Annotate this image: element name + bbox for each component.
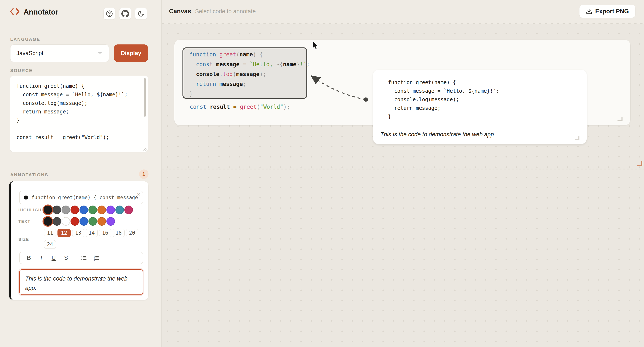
size-button-18[interactable]: 18 — [112, 229, 124, 237]
size-button-24[interactable]: 24 — [44, 240, 56, 249]
app-header: Annotator — [10, 8, 58, 16]
chevron-down-icon — [97, 50, 103, 56]
text-swatch-1[interactable] — [52, 217, 61, 226]
panel-resize-icon[interactable] — [617, 117, 623, 122]
annotation-color-dot — [24, 196, 28, 200]
numbered-list-button[interactable]: 123 — [90, 253, 102, 262]
language-select[interactable]: JavaScript — [10, 44, 109, 62]
annotation-code-line: function greet(name) { — [388, 78, 499, 87]
text-swatch-2[interactable] — [62, 217, 70, 226]
size-button-20[interactable]: 20 — [126, 229, 138, 237]
annotation-code-line: return message; — [388, 104, 499, 112]
text-swatch-0[interactable] — [44, 217, 52, 226]
highlight-swatch-6[interactable] — [98, 206, 106, 214]
code-line: } — [189, 89, 306, 99]
language-select-value: JavaScript — [16, 50, 97, 56]
text-swatch-4[interactable] — [80, 217, 88, 226]
note-editor[interactable]: This is the code to demonstrate the web … — [19, 269, 143, 295]
size-button-row: 1112131416182024 — [44, 229, 143, 249]
annotation-note-text: This is the code to demonstrate the web … — [380, 131, 496, 138]
code-line: const result = greet("World"); — [190, 102, 290, 112]
source-scrollbar[interactable] — [144, 78, 146, 117]
size-label: SIZE — [18, 237, 29, 242]
canvas-guide-line — [162, 168, 644, 170]
annotation-code-text: function greet(name) { const message = `… — [388, 78, 499, 121]
text-swatch-6[interactable] — [98, 217, 106, 226]
highlight-swatch-0[interactable] — [44, 206, 52, 214]
bold-button[interactable]: B — [23, 253, 35, 262]
highlight-swatch-3[interactable] — [70, 206, 79, 214]
highlight-swatch-2[interactable] — [62, 206, 70, 214]
annotation-snippet-text: function greet(name) { const message =..… — [32, 195, 138, 200]
download-icon — [586, 8, 592, 14]
annotation-code-line: } — [388, 112, 499, 121]
format-toolbar: B I U S 123 — [19, 252, 143, 264]
code-brackets-icon — [10, 8, 20, 16]
size-button-13[interactable]: 13 — [72, 229, 84, 237]
code-line: console.log(message); — [189, 69, 306, 79]
annotation-code-line: const message = `Hello, ${name}!`; — [388, 87, 499, 95]
app-title: Annotator — [24, 8, 58, 16]
export-bounds-corner-icon[interactable] — [636, 160, 642, 167]
card-resize-icon[interactable] — [574, 136, 580, 141]
highlight-swatch-8[interactable] — [116, 206, 124, 214]
resize-handle-icon[interactable] — [143, 147, 146, 152]
canvas-topbar: Canvas Select code to annotate Export PN… — [162, 0, 644, 24]
annotations-label: ANNOTATIONS — [10, 172, 48, 177]
close-icon[interactable]: × — [137, 192, 140, 197]
theme-toggle-button[interactable] — [135, 8, 147, 20]
annotation-snippet-chip[interactable]: function greet(name) { const message =..… — [19, 190, 143, 204]
sidebar: Annotator LANGUAGE JavaScript Display SO… — [0, 0, 162, 347]
export-png-button[interactable]: Export PNG — [579, 5, 636, 18]
moon-icon — [138, 10, 144, 17]
code-line: const message = `Hello, ${name}!`; — [189, 60, 306, 69]
svg-text:3: 3 — [94, 259, 95, 261]
canvas-area[interactable]: function greet(name) { const message = `… — [162, 0, 644, 347]
canvas-title: Canvas — [169, 8, 191, 15]
size-button-16[interactable]: 16 — [99, 229, 111, 237]
annotations-count-badge: 1 — [139, 170, 148, 179]
size-button-11[interactable]: 11 — [44, 229, 56, 237]
strikethrough-button[interactable]: S — [60, 253, 72, 262]
code-result-line[interactable]: const result = greet("World"); — [190, 102, 290, 112]
highlight-swatch-1[interactable] — [52, 206, 61, 214]
text-swatch-3[interactable] — [70, 217, 79, 226]
source-label: SOURCE — [10, 68, 33, 73]
highlight-swatch-4[interactable] — [80, 206, 88, 214]
help-button[interactable] — [104, 8, 116, 20]
text-swatch-5[interactable] — [88, 217, 97, 226]
github-button[interactable] — [119, 8, 131, 20]
highlight-swatch-5[interactable] — [88, 206, 97, 214]
annotation-code-line: console.log(message); — [388, 95, 499, 104]
numbered-list-icon: 123 — [93, 255, 100, 261]
canvas-annotation-card[interactable]: function greet(name) { const message = `… — [373, 70, 587, 144]
help-icon — [106, 10, 113, 17]
github-icon — [121, 10, 129, 18]
italic-button[interactable]: I — [35, 253, 48, 262]
code-line: return message; — [189, 79, 306, 89]
bullet-list-button[interactable] — [78, 253, 90, 262]
selected-code-block[interactable]: function greet(name) { const message = `… — [182, 48, 307, 99]
language-label: LANGUAGE — [10, 37, 40, 42]
text-label: TEXT — [18, 219, 30, 224]
highlight-swatch-7[interactable] — [106, 206, 115, 214]
toolbar-divider — [75, 254, 75, 262]
highlight-swatch-9[interactable] — [124, 206, 133, 214]
export-png-label: Export PNG — [595, 8, 629, 15]
annotation-card: function greet(name) { const message =..… — [9, 181, 148, 300]
underline-button[interactable]: U — [48, 253, 60, 262]
text-swatch-row — [44, 217, 115, 226]
text-swatch-7[interactable] — [106, 217, 115, 226]
display-button[interactable]: Display — [114, 44, 148, 62]
size-button-14[interactable]: 14 — [86, 229, 98, 237]
highlight-swatch-row — [44, 206, 133, 214]
code-line: function greet(name) { — [189, 50, 306, 60]
canvas-subtitle: Select code to annotate — [195, 8, 256, 15]
bullet-list-icon — [81, 255, 87, 261]
source-input[interactable]: function greet(name) { const message = `… — [10, 76, 148, 152]
size-button-12[interactable]: 12 — [58, 229, 71, 237]
highlight-label: HIGHLIGHT — [18, 208, 45, 212]
